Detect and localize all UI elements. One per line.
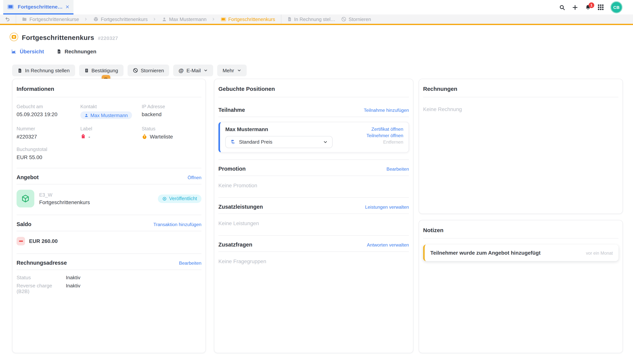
manage-answers-link[interactable]: Antworten verwalten — [367, 242, 409, 247]
billing-label: Reverse charge (B2B) — [16, 283, 66, 294]
billing-rows: Status Inaktiv Reverse charge (B2B) Inak… — [16, 275, 201, 294]
card-title: Informationen — [16, 86, 201, 92]
coins-icon — [230, 139, 236, 145]
invoice-document-icon — [287, 16, 292, 22]
booking-number: #220327 — [98, 36, 118, 41]
cancel-button[interactable]: Stornieren — [127, 64, 169, 76]
empty-promotion-text: Keine Promotion — [218, 182, 409, 188]
invoice-button[interactable]: In Rechnung stellen — [12, 64, 75, 76]
eye-icon — [162, 196, 166, 201]
breadcrumb-item-course[interactable]: Fortgeschrittenenkurs — [93, 16, 148, 22]
section-title: Zusatzfragen — [218, 242, 252, 248]
tab-label: Übersicht — [20, 48, 44, 54]
action-toolbar: In Rechnung stellen Bestätigung Stornier… — [12, 64, 246, 76]
receipt-icon — [84, 68, 88, 73]
tag-icon — [79, 132, 87, 140]
billing-row: Status Inaktiv — [16, 275, 201, 280]
card-title: Gebuchte Positionen — [218, 86, 409, 92]
field-value: Warteliste — [150, 134, 173, 140]
note-text: Teilnehmer wurde zum Angebot hinzugefügt — [430, 250, 540, 256]
edit-billing-link[interactable]: Bearbeiten — [179, 260, 202, 266]
history-back-icon[interactable] — [5, 16, 10, 22]
contact-name: Max Mustermann — [90, 112, 128, 118]
search-icon[interactable] — [559, 4, 565, 10]
add-icon[interactable] — [572, 4, 578, 10]
breadcrumb-item-contact[interactable]: Max Mustermann — [162, 16, 206, 22]
section-title: Promotion — [218, 166, 246, 172]
divider — [16, 231, 201, 231]
tab-invoices[interactable]: Rechnungen — [56, 48, 96, 54]
edit-promotion-link[interactable]: Bearbeiten — [386, 166, 409, 172]
chevron-right-icon — [212, 18, 215, 21]
breadcrumb-action-label: Stornieren — [348, 16, 371, 22]
tab-overview[interactable]: Übersicht — [11, 48, 44, 54]
open-offer-link[interactable]: Öffnen — [188, 175, 201, 180]
package-icon — [93, 16, 98, 22]
breadcrumb-label: Fortgeschrittenenkurse — [30, 16, 79, 22]
offer-item[interactable]: E3_W Fortgeschrittenenkurs Veröffentlich… — [16, 190, 201, 208]
note-item: Teilnehmer wurde zum Angebot hinzugefügt… — [423, 244, 618, 261]
breadcrumb-label: Max Mustermann — [169, 16, 206, 22]
divider — [218, 214, 409, 214]
chevron-down-icon — [237, 68, 241, 73]
manage-services-link[interactable]: Leistungen verwalten — [365, 204, 409, 210]
divider — [218, 252, 409, 252]
saldo-item: EUR 260.00 — [16, 237, 201, 246]
chevron-right-icon — [84, 18, 88, 21]
open-participant-link[interactable]: Teilnehmer öffnen — [366, 133, 404, 138]
app-window: Fortgeschrittene… 1 CB — [0, 0, 633, 364]
page-tabs: Übersicht Rechnungen — [11, 48, 96, 54]
field-label: Gebucht am — [16, 104, 80, 109]
field-value: backend — [142, 112, 202, 118]
chevron-right-icon — [152, 18, 156, 21]
field-value: EUR 55.00 — [16, 154, 201, 160]
participation-section-header: Teilnahme Teilnahme hinzufügen — [218, 107, 409, 113]
offer-text: E3_W Fortgeschrittenenkurs — [39, 192, 158, 205]
field-label: Label — [80, 126, 142, 132]
breadcrumb-item-courses[interactable]: Fortgeschrittenenkurse — [22, 16, 79, 22]
divider — [218, 176, 409, 176]
field-label: Kontakt — [80, 104, 142, 109]
field-label: Label - — [80, 126, 142, 140]
cancel-circle-icon — [133, 68, 138, 73]
email-button[interactable]: @ E-Mail — [173, 64, 213, 76]
billing-label: Status — [16, 275, 66, 280]
price-option-select[interactable]: Standard Preis — [225, 136, 332, 148]
field-booked-at: Gebucht am 05.09.2023 19:20 — [16, 104, 80, 119]
promotion-section-header: Promotion Bearbeiten — [218, 166, 409, 172]
field-value: 05.09.2023 19:20 — [16, 112, 80, 118]
breadcrumb-item-booking-active[interactable]: Fortgeschrittenenkurs — [221, 16, 275, 22]
breadcrumb-action-invoice[interactable]: In Rechnung stel… — [287, 16, 335, 22]
add-transaction-link[interactable]: Transaktion hinzufügen — [153, 222, 201, 227]
contact-chip[interactable]: Max Mustermann — [80, 112, 132, 119]
badge-label: Veröffentlicht — [169, 196, 197, 202]
field-value: #220327 — [16, 134, 80, 140]
tab-title: Fortgeschrittene… — [18, 4, 63, 10]
at-icon: @ — [178, 67, 184, 74]
info-grid: Gebucht am 05.09.2023 19:20 Kontakt Max … — [16, 104, 201, 160]
section-title: Zusatzleistungen — [218, 204, 263, 210]
section-title: Angebot — [16, 174, 38, 180]
field-contact: Kontakt Max Mustermann — [80, 104, 142, 119]
breadcrumb-label: Fortgeschrittenenkurs — [228, 16, 275, 22]
notifications-bell-icon[interactable]: 1 — [585, 4, 591, 10]
section-title: Teilnahme — [218, 107, 245, 113]
breadcrumb-action-label: In Rechnung stel… — [294, 16, 335, 22]
open-certificate-link[interactable]: Zertifikat öffnen — [366, 127, 404, 132]
tab-close-icon[interactable] — [66, 5, 70, 9]
price-option-value: Standard Preis — [239, 139, 320, 145]
offer-code: E3_W — [39, 192, 158, 198]
empty-invoices-text: Keine Rechnung — [423, 106, 618, 112]
open-tab[interactable]: Fortgeschrittene… — [3, 0, 74, 14]
card-title: Rechnungen — [423, 86, 618, 92]
confirmation-button[interactable]: Bestätigung — [79, 64, 124, 76]
remove-link[interactable]: Entfernen — [366, 140, 404, 144]
apps-grid-icon[interactable] — [598, 4, 604, 10]
divider — [16, 184, 201, 184]
add-participation-link[interactable]: Teilnahme hinzufügen — [364, 108, 409, 112]
button-label: Stornieren — [141, 68, 164, 73]
breadcrumb-action-cancel[interactable]: Stornieren — [341, 16, 371, 22]
more-button[interactable]: Mehr — [217, 64, 246, 76]
user-avatar[interactable]: CB — [610, 1, 622, 13]
divider — [16, 97, 201, 97]
